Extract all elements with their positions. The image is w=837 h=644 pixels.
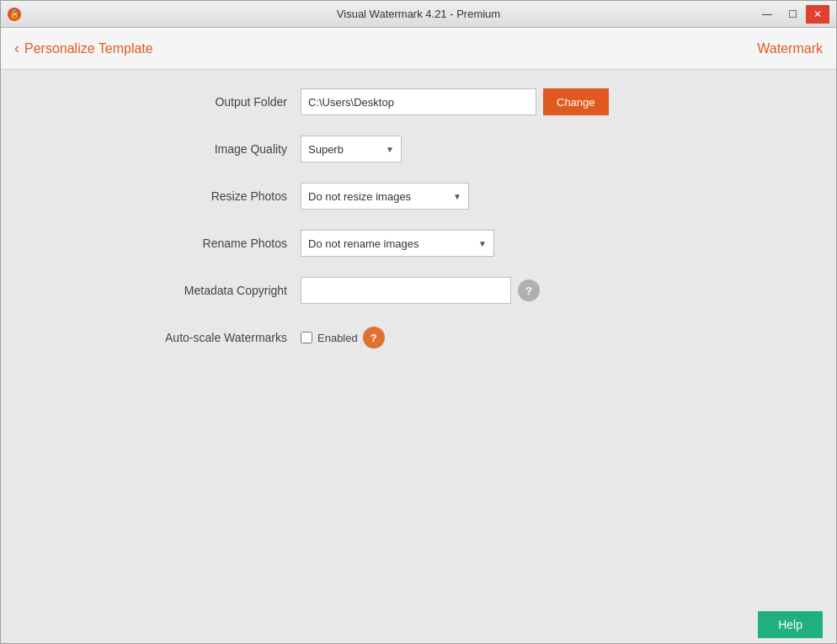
- maximize-button[interactable]: ☐: [781, 5, 804, 24]
- rename-photos-row: Rename Photos Do not rename images ▼: [115, 228, 722, 258]
- output-folder-label: Output Folder: [115, 95, 301, 109]
- output-folder-row: Output Folder Change: [115, 87, 722, 117]
- resize-photos-row: Resize Photos Do not resize images ▼: [115, 181, 722, 211]
- metadata-copyright-control: ?: [301, 277, 540, 304]
- image-quality-control: Superb ▼: [301, 136, 402, 162]
- image-quality-label: Image Quality: [115, 142, 301, 156]
- close-button[interactable]: ✕: [806, 5, 829, 24]
- metadata-copyright-row: Metadata Copyright ?: [115, 275, 722, 306]
- back-button-label: Personalize Template: [24, 41, 153, 56]
- autoscale-checkbox-row: Enabled ?: [301, 327, 385, 349]
- chevron-down-icon: ▼: [386, 145, 394, 154]
- resize-photos-label: Resize Photos: [115, 189, 301, 203]
- window-title: Visual Watermark 4.21 - Premium: [337, 8, 500, 20]
- rename-photos-control: Do not rename images ▼: [301, 230, 494, 257]
- autoscale-checkbox[interactable]: [301, 332, 312, 343]
- title-bar-left: 🔒: [8, 8, 21, 21]
- chevron-down-icon: ▼: [453, 192, 461, 201]
- metadata-copyright-label: Metadata Copyright: [115, 284, 301, 297]
- rename-photos-value: Do not rename images: [308, 237, 419, 250]
- autoscale-control: Enabled ?: [301, 327, 385, 349]
- rename-photos-label: Rename Photos: [115, 237, 301, 250]
- resize-photos-value: Do not resize images: [308, 190, 411, 203]
- output-folder-input[interactable]: [301, 88, 536, 115]
- form-container: Output Folder Change Image Quality Super…: [82, 87, 755, 370]
- watermark-link[interactable]: Watermark: [757, 41, 823, 56]
- back-button[interactable]: ‹ Personalize Template: [14, 40, 153, 57]
- autoscale-label: Auto-scale Watermarks: [115, 331, 301, 344]
- metadata-help-button[interactable]: ?: [518, 279, 540, 301]
- top-nav: ‹ Personalize Template Watermark: [1, 28, 836, 70]
- resize-photos-control: Do not resize images ▼: [301, 183, 469, 210]
- chevron-down-icon: ▼: [478, 239, 487, 248]
- rename-photos-dropdown[interactable]: Do not rename images ▼: [301, 230, 494, 257]
- autoscale-help-button[interactable]: ?: [363, 327, 385, 349]
- window-controls: — ☐ ✕: [755, 5, 829, 24]
- bottom-bar: Help: [1, 606, 836, 643]
- main-window: 🔒 Visual Watermark 4.21 - Premium — ☐ ✕ …: [0, 0, 837, 644]
- autoscale-row: Auto-scale Watermarks Enabled ?: [115, 322, 722, 353]
- app-icon: 🔒: [8, 8, 21, 21]
- change-button[interactable]: Change: [543, 88, 609, 115]
- image-quality-row: Image Quality Superb ▼: [115, 134, 722, 164]
- resize-photos-dropdown[interactable]: Do not resize images ▼: [301, 183, 469, 210]
- title-bar: 🔒 Visual Watermark 4.21 - Premium — ☐ ✕: [1, 1, 836, 28]
- help-button[interactable]: Help: [758, 611, 823, 638]
- output-folder-control: Change: [301, 88, 609, 115]
- back-arrow-icon: ‹: [14, 40, 19, 57]
- main-content: Output Folder Change Image Quality Super…: [1, 70, 836, 606]
- enabled-label: Enabled: [317, 332, 358, 344]
- image-quality-value: Superb: [308, 143, 344, 156]
- metadata-copyright-input[interactable]: [301, 277, 511, 304]
- image-quality-dropdown[interactable]: Superb ▼: [301, 136, 402, 162]
- minimize-button[interactable]: —: [755, 5, 779, 24]
